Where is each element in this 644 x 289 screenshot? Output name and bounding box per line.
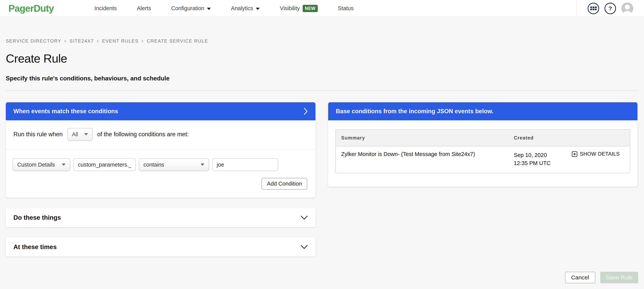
caret-down-icon [62, 163, 66, 166]
caret-down-icon [207, 8, 211, 10]
events-table: Summary Created Zylker Monitor is Down- … [336, 129, 630, 173]
top-navigation: PagerDuty Incidents Alerts Configuration… [0, 0, 644, 17]
breadcrumb-service-directory[interactable]: SERVICE DIRECTORY [6, 38, 61, 44]
chevron-right-icon [304, 108, 308, 115]
page-title: Create Rule [6, 52, 644, 65]
condition-value-input[interactable] [212, 158, 278, 171]
save-rule-button[interactable]: Save Rule [600, 272, 638, 283]
conditions-panel-body: Run this rule when All of the following … [6, 120, 316, 198]
table-row: Zylker Monitor is Down- (Test Message fr… [336, 146, 630, 173]
base-conditions-panel: Base conditions from the incoming JSON e… [328, 102, 638, 187]
event-summary: Zylker Monitor is Down- (Test Message fr… [336, 146, 508, 173]
main-nav: Incidents Alerts Configuration Analytics… [94, 5, 354, 12]
condition-row: Custom Details contains [6, 150, 316, 171]
caret-down-icon [256, 8, 260, 10]
section-do-these-things[interactable]: Do these things [6, 208, 316, 227]
breadcrumb-site24x7[interactable]: SITE24X7 [70, 38, 94, 44]
breadcrumb: SERVICE DIRECTORY › SITE24X7 › EVENT RUL… [0, 17, 644, 44]
nav-item-configuration[interactable]: Configuration [171, 5, 211, 12]
condition-category-select[interactable]: Custom Details [13, 158, 70, 171]
event-created: Sep 10, 2020 12:35 PM UTC [508, 146, 566, 173]
caret-down-icon [200, 163, 204, 166]
nav-item-status[interactable]: Status [338, 5, 354, 12]
column-header-created: Created [508, 130, 566, 146]
breadcrumb-create-service-rule: CREATE SERVICE RULE [147, 38, 208, 44]
column-header-summary: Summary [336, 130, 508, 146]
nav-item-analytics[interactable]: Analytics [231, 5, 260, 12]
user-avatar[interactable] [621, 3, 633, 15]
new-badge: NEW [303, 5, 318, 12]
condition-field-input[interactable] [73, 158, 136, 171]
condition-operator-select[interactable]: contains [139, 158, 209, 171]
nav-right-icons: ? [576, 0, 633, 17]
breadcrumb-separator: › [142, 38, 144, 44]
nav-item-incidents[interactable]: Incidents [94, 5, 117, 12]
match-mode-select[interactable]: All [67, 128, 93, 141]
column-header-action [566, 130, 630, 146]
add-condition-button[interactable]: Add Condition [262, 178, 307, 190]
nav-item-alerts[interactable]: Alerts [137, 5, 151, 12]
cancel-button[interactable]: Cancel [565, 272, 595, 283]
pagerduty-logo[interactable]: PagerDuty [8, 4, 54, 13]
breadcrumb-separator: › [64, 38, 66, 44]
run-rule-suffix: of the following conditions are met: [97, 131, 189, 138]
run-rule-row: Run this rule when All of the following … [6, 120, 316, 150]
base-conditions-panel-body: Summary Created Zylker Monitor is Down- … [328, 120, 638, 187]
footer-actions: Cancel Save Rule [0, 272, 638, 283]
show-details-button[interactable]: SHOW DETAILS [572, 151, 620, 157]
caret-down-icon [84, 133, 88, 135]
conditions-panel-header[interactable]: When events match these conditions [6, 102, 316, 120]
chevron-down-icon [300, 245, 308, 249]
apps-grid-icon[interactable] [588, 3, 599, 14]
events-table-header-row: Summary Created [336, 130, 630, 146]
help-icon[interactable]: ? [604, 3, 616, 14]
page-subtitle: Specify this rule's conditions, behaviou… [6, 75, 644, 82]
conditions-panel: When events match these conditions Run t… [6, 102, 316, 198]
main-content: When events match these conditions Run t… [0, 91, 644, 198]
section-at-these-times[interactable]: At these times [6, 237, 316, 256]
chevron-down-icon [300, 215, 308, 220]
nav-item-visibility[interactable]: Visibility NEW [280, 5, 318, 12]
run-rule-prefix: Run this rule when [14, 131, 63, 138]
base-conditions-panel-header: Base conditions from the incoming JSON e… [328, 102, 638, 120]
breadcrumb-event-rules[interactable]: EVENT RULES [102, 38, 138, 44]
plus-square-icon [572, 151, 578, 157]
breadcrumb-separator: › [97, 38, 99, 44]
nav-divider [576, 0, 576, 17]
